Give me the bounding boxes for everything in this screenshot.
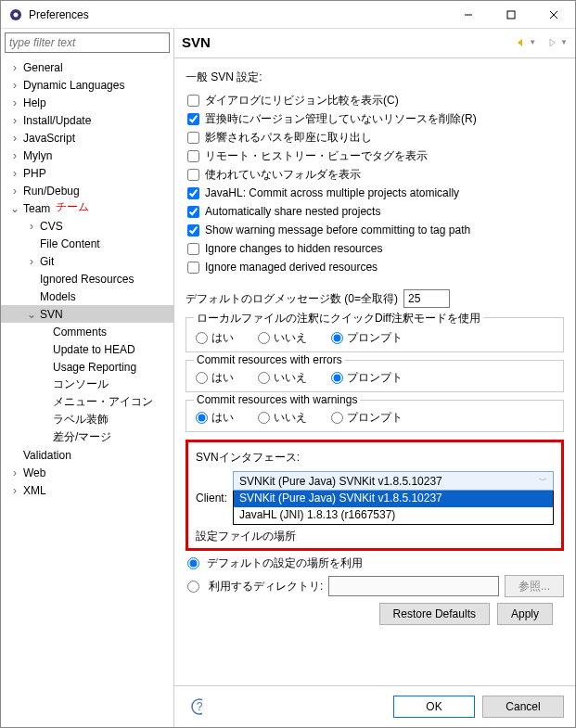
- tree-item-console[interactable]: コンソール: [1, 376, 173, 393]
- radio-quickdiff-yes[interactable]: [196, 332, 208, 344]
- maximize-button[interactable]: [490, 1, 532, 29]
- radio-quickdiff-no[interactable]: [258, 332, 270, 344]
- preferences-window: Preferences ›General ›Dynamic Languages …: [0, 0, 576, 728]
- cancel-button[interactable]: Cancel: [482, 696, 564, 718]
- minimize-button[interactable]: [447, 1, 490, 29]
- svg-text:?: ?: [197, 700, 202, 713]
- tree-item-ignored-resources[interactable]: Ignored Resources: [1, 270, 173, 287]
- svn-interface-label: SVNインタフェース:: [196, 450, 554, 466]
- tree-item-mylyn[interactable]: ›Mylyn: [1, 147, 173, 164]
- tree-item-run-debug[interactable]: ›Run/Debug: [1, 182, 173, 199]
- apply-button[interactable]: Apply: [497, 603, 553, 625]
- help-button[interactable]: ?: [186, 696, 208, 718]
- check-show-tags-remote[interactable]: [187, 150, 199, 162]
- loc-usedir-label: 利用するディレクトリ:: [209, 579, 323, 594]
- check-ignore-hidden[interactable]: [187, 243, 199, 255]
- client-combo[interactable]: SVNKit (Pure Java) SVNKit v1.8.5.10237 ﹀: [233, 471, 554, 491]
- tree-item-svn[interactable]: ⌄SVN: [1, 305, 173, 323]
- tree-item-team[interactable]: ⌄Teamチーム: [1, 199, 173, 217]
- chevron-right-icon: ›: [8, 185, 21, 198]
- chevron-right-icon: ›: [8, 149, 21, 162]
- radio-loc-usedir[interactable]: [187, 581, 199, 593]
- chevron-right-icon: ›: [8, 484, 21, 497]
- tree-item-validation[interactable]: Validation: [1, 446, 173, 464]
- browse-button[interactable]: 参照...: [505, 575, 564, 597]
- tree-item-cvs[interactable]: ›CVS: [1, 217, 173, 235]
- page-title: SVN: [182, 34, 514, 50]
- client-combo-list: SVNKit (Pure Java) SVNKit v1.8.5.10237 J…: [233, 491, 554, 525]
- window-title: Preferences: [29, 8, 447, 21]
- tree-item-dynamic-languages[interactable]: ›Dynamic Languages: [1, 76, 173, 94]
- radio-loc-default[interactable]: [187, 557, 199, 569]
- check-warn-tag-commit[interactable]: [187, 224, 199, 236]
- chevron-right-icon: ›: [8, 167, 21, 180]
- restore-defaults-button[interactable]: Restore Defaults: [379, 603, 490, 625]
- ok-button[interactable]: OK: [393, 696, 475, 718]
- tree-item-web[interactable]: ›Web: [1, 464, 173, 481]
- tree-item-install-update[interactable]: ›Install/Update: [1, 111, 173, 129]
- back-arrow-icon[interactable]: [514, 36, 527, 49]
- preference-tree[interactable]: ›General ›Dynamic Languages ›Help ›Insta…: [1, 57, 173, 727]
- tree-item-update-to-head[interactable]: Update to HEAD: [1, 340, 173, 358]
- app-icon: [8, 7, 23, 22]
- check-show-rev-compare[interactable]: [187, 95, 199, 107]
- config-file-location-label: 設定ファイルの場所: [196, 529, 554, 544]
- tree-item-diff-merge[interactable]: 差分/マージ: [1, 428, 173, 446]
- check-delete-unversioned[interactable]: [187, 113, 199, 125]
- check-auto-share-nested[interactable]: [187, 206, 199, 218]
- dropdown-icon[interactable]: ▼: [529, 38, 536, 46]
- chevron-down-icon: ⌄: [25, 308, 38, 321]
- radio-err-prompt[interactable]: [331, 372, 343, 384]
- close-button[interactable]: [532, 1, 575, 29]
- group-commit-warnings: Commit resources with warnings はい いいえ プロ…: [186, 400, 564, 432]
- tree-item-menu-icon[interactable]: メニュー・アイコン: [1, 393, 173, 411]
- client-option-svnkit[interactable]: SVNKit (Pure Java) SVNKit v1.8.5.10237: [234, 491, 553, 507]
- logcount-label: デフォルトのログメッセージ数 (0=全取得): [186, 291, 398, 307]
- chevron-right-icon: ›: [25, 255, 38, 268]
- tree-item-help[interactable]: ›Help: [1, 94, 173, 111]
- radio-quickdiff-prompt[interactable]: [331, 332, 343, 344]
- tree-item-general[interactable]: ›General: [1, 58, 173, 76]
- tree-item-git[interactable]: ›Git: [1, 252, 173, 270]
- tree-item-xml[interactable]: ›XML: [1, 481, 173, 499]
- svn-interface-highlight: SVNインタフェース: Client: SVNKit (Pure Java) S…: [186, 440, 564, 551]
- radio-err-yes[interactable]: [196, 372, 208, 384]
- tree-item-comments[interactable]: Comments: [1, 323, 173, 340]
- sidebar: ›General ›Dynamic Languages ›Help ›Insta…: [1, 29, 174, 727]
- radio-warn-yes[interactable]: [196, 412, 208, 424]
- logcount-input[interactable]: [403, 289, 450, 308]
- chevron-down-icon: ⌄: [8, 202, 21, 215]
- team-annotation: チーム: [56, 199, 89, 215]
- group-commit-errors: Commit resources with errors はい いいえ プロンプ…: [186, 360, 564, 392]
- chevron-right-icon: ›: [25, 220, 38, 233]
- chevron-right-icon: ›: [8, 96, 21, 109]
- tree-item-javascript[interactable]: ›JavaScript: [1, 129, 173, 147]
- tree-item-usage-reporting[interactable]: Usage Reporting: [1, 358, 173, 376]
- forward-arrow-icon[interactable]: [545, 36, 558, 49]
- radio-warn-prompt[interactable]: [331, 412, 343, 424]
- section-general-label: 一般 SVN 設定:: [186, 70, 564, 85]
- tree-item-php[interactable]: ›PHP: [1, 164, 173, 182]
- svg-rect-3: [507, 11, 515, 19]
- dropdown-icon[interactable]: ▼: [560, 38, 568, 46]
- chevron-right-icon: ›: [8, 132, 21, 145]
- chevron-right-icon: ›: [8, 79, 21, 92]
- titlebar: Preferences: [1, 1, 575, 29]
- radio-warn-no[interactable]: [258, 412, 270, 424]
- chevron-right-icon: ›: [8, 114, 21, 127]
- check-javahl-atomic[interactable]: [187, 187, 199, 199]
- group-quickdiff: ローカルファイルの注釈にクイックDiff注釈モードを使用 はい いいえ プロンプ…: [186, 317, 564, 352]
- tree-item-models[interactable]: Models: [1, 287, 173, 305]
- filter-input[interactable]: [5, 32, 170, 53]
- loc-dir-input[interactable]: [328, 576, 499, 596]
- tree-item-file-content[interactable]: File Content: [1, 235, 173, 252]
- svg-point-1: [14, 12, 19, 17]
- chevron-down-icon: ﹀: [539, 475, 547, 487]
- check-fetch-paths[interactable]: [187, 132, 199, 144]
- check-show-unused-folders[interactable]: [187, 169, 199, 181]
- check-ignore-derived[interactable]: [187, 262, 199, 274]
- radio-err-no[interactable]: [258, 372, 270, 384]
- tree-item-label-decoration[interactable]: ラベル装飾: [1, 411, 173, 428]
- chevron-right-icon: ›: [8, 466, 21, 479]
- client-option-javahl[interactable]: JavaHL (JNI) 1.8.13 (r1667537): [234, 507, 553, 524]
